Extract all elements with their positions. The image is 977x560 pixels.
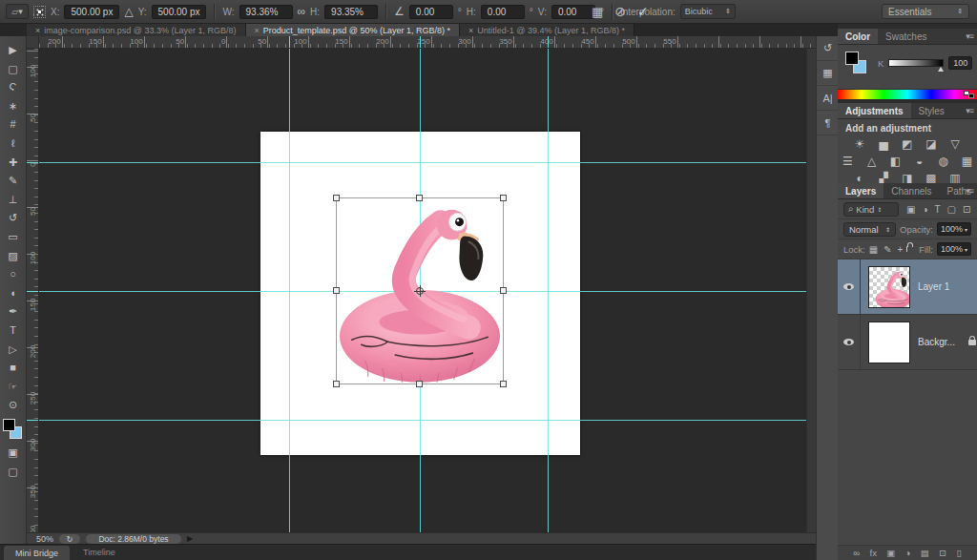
healing-brush-tool-icon[interactable]: ✚ bbox=[3, 156, 24, 170]
tool-preset-picker[interactable]: ▱▾ bbox=[6, 4, 29, 19]
lock-transparent-pixels-icon[interactable]: ▦ bbox=[869, 244, 878, 255]
color-spectrum-ramp[interactable] bbox=[838, 89, 977, 99]
quick-mask-icon[interactable]: ▣ bbox=[3, 446, 24, 460]
lock-all-icon[interactable] bbox=[906, 246, 907, 252]
filter-shape-layers-icon[interactable]: ▢ bbox=[947, 204, 956, 215]
close-icon[interactable]: × bbox=[35, 26, 40, 35]
color-balance-icon[interactable]: △ bbox=[864, 155, 880, 168]
fill-input[interactable]: 100% ▾ bbox=[937, 242, 971, 256]
zoom-level[interactable]: 50% bbox=[36, 534, 53, 544]
layer-filter-select[interactable]: ⌕ Kind ⇕ bbox=[843, 202, 899, 217]
doc-size-info[interactable]: Doc: 2.86M/0 bytes bbox=[86, 534, 181, 544]
tab-layers[interactable]: Layers bbox=[838, 183, 883, 198]
eye-icon[interactable] bbox=[843, 339, 854, 345]
lock-image-pixels-icon[interactable]: ✎ bbox=[883, 244, 891, 255]
tab-styles[interactable]: Styles bbox=[911, 103, 952, 118]
opacity-input[interactable]: 100% ▾ bbox=[937, 222, 971, 236]
photo-filter-icon[interactable]: ◒ bbox=[912, 155, 927, 168]
history-panel-icon[interactable]: ↺ bbox=[817, 36, 839, 61]
transform-handle[interactable] bbox=[416, 381, 423, 387]
tab-swatches[interactable]: Swatches bbox=[878, 29, 934, 44]
h-skew-input[interactable]: 0.00 bbox=[481, 5, 525, 19]
delete-layer-icon[interactable]: ▯ bbox=[956, 548, 961, 558]
filter-type-layers-icon[interactable]: T bbox=[935, 204, 941, 215]
x-input[interactable]: 500.00 px bbox=[64, 5, 119, 19]
tab-product-template[interactable]: × Product_template.psd @ 50% (Layer 1, R… bbox=[246, 24, 461, 36]
tab-image-comparison[interactable]: × image-comparison.psd @ 33.3% (Layer 1,… bbox=[27, 24, 246, 36]
transform-handle[interactable] bbox=[500, 381, 507, 387]
y-input[interactable]: 500.00 px bbox=[152, 5, 207, 19]
eye-icon[interactable] bbox=[843, 283, 854, 290]
tab-adjustments[interactable]: Adjustments bbox=[838, 103, 911, 118]
vibrance-icon[interactable]: ▽ bbox=[947, 137, 963, 151]
character-panel-icon[interactable]: A| bbox=[817, 86, 839, 111]
paragraph-panel-icon[interactable]: ¶ bbox=[817, 111, 839, 135]
reference-point-locator-icon[interactable] bbox=[33, 6, 46, 18]
zoom-tool-icon[interactable]: ⊙ bbox=[3, 398, 24, 412]
hand-tool-icon[interactable]: ☞ bbox=[3, 380, 24, 394]
horizontal-ruler[interactable]: 2001501005005010015020025030035040045050… bbox=[39, 36, 816, 49]
height-input[interactable]: 93.35% bbox=[324, 5, 378, 19]
link-layers-icon[interactable]: ∞ bbox=[853, 548, 860, 558]
layer-style-icon[interactable]: fx bbox=[870, 548, 877, 558]
filter-adjustment-layers-icon[interactable]: ◑ bbox=[922, 204, 927, 215]
histogram-panel-icon[interactable]: ▦ bbox=[817, 61, 839, 86]
guide-horizontal[interactable] bbox=[39, 162, 816, 163]
transform-handle[interactable] bbox=[333, 381, 340, 387]
quick-selection-tool-icon[interactable]: ∗ bbox=[3, 99, 24, 114]
brush-tool-icon[interactable]: ✎ bbox=[3, 174, 24, 188]
gradient-tool-icon[interactable]: ▨ bbox=[3, 249, 24, 263]
new-layer-icon[interactable]: ⊡ bbox=[939, 548, 946, 558]
layer-name[interactable]: Backgr... bbox=[918, 337, 955, 347]
transform-handle[interactable] bbox=[333, 195, 340, 201]
foreground-color-swatch[interactable] bbox=[845, 52, 859, 65]
tab-channels[interactable]: Channels bbox=[883, 183, 939, 198]
interpolation-select[interactable]: Bicubic ⇕ bbox=[680, 4, 736, 19]
screen-mode-icon[interactable]: ▢ bbox=[3, 465, 24, 479]
cancel-transform-icon[interactable]: ⊘ bbox=[614, 4, 626, 19]
transform-handle[interactable] bbox=[333, 287, 340, 294]
history-brush-tool-icon[interactable]: ↺ bbox=[3, 211, 24, 225]
black-swatch[interactable] bbox=[968, 93, 974, 98]
lock-position-icon[interactable]: + bbox=[898, 244, 904, 255]
black-white-icon[interactable]: ◧ bbox=[888, 155, 904, 168]
transform-reference-point[interactable] bbox=[416, 287, 424, 295]
vertical-ruler[interactable]: 10050050100150200250300350400 bbox=[27, 49, 39, 532]
workspace-switcher[interactable]: Essentials ⇕ bbox=[882, 4, 969, 19]
tab-mini-bridge[interactable]: Mini Bridge bbox=[4, 546, 70, 560]
maintain-aspect-icon[interactable]: ∞ bbox=[298, 5, 306, 18]
clone-stamp-tool-icon[interactable]: ⊥ bbox=[3, 193, 24, 207]
transform-handle[interactable] bbox=[500, 287, 507, 294]
curves-icon[interactable]: ◩ bbox=[900, 137, 915, 151]
panel-menu-icon[interactable]: ▾≡ bbox=[966, 106, 973, 115]
foreground-color-swatch[interactable] bbox=[3, 419, 15, 431]
v-skew-input[interactable]: 0.00 bbox=[551, 5, 595, 19]
slider-thumb[interactable] bbox=[938, 67, 944, 72]
channel-mixer-icon[interactable]: ◍ bbox=[936, 155, 951, 168]
vertical-scrollbar[interactable] bbox=[806, 49, 816, 532]
panel-menu-icon[interactable]: ▾≡ bbox=[966, 31, 973, 41]
marquee-tool-icon[interactable]: ▢ bbox=[3, 62, 24, 76]
eyedropper-tool-icon[interactable]: ℓ bbox=[3, 136, 24, 151]
rotation-input[interactable]: 0.00 bbox=[409, 5, 453, 19]
brightness-contrast-icon[interactable]: ☀ bbox=[852, 137, 867, 151]
tab-color[interactable]: Color bbox=[838, 29, 878, 44]
new-group-icon[interactable]: ▤ bbox=[921, 548, 929, 558]
visibility-cell[interactable] bbox=[838, 259, 861, 314]
relative-position-icon[interactable]: △ bbox=[124, 5, 133, 18]
transform-handle[interactable] bbox=[500, 195, 507, 201]
transform-handle[interactable] bbox=[416, 195, 423, 201]
shape-tool-icon[interactable]: ■ bbox=[3, 361, 24, 375]
layer-name[interactable]: Layer 1 bbox=[918, 281, 949, 292]
commit-transform-icon[interactable]: ✓ bbox=[637, 4, 649, 19]
ruler-origin-corner[interactable] bbox=[27, 36, 39, 49]
eraser-tool-icon[interactable]: ▭ bbox=[3, 230, 24, 244]
close-icon[interactable]: × bbox=[255, 26, 260, 35]
visibility-cell[interactable] bbox=[838, 315, 861, 369]
tab-timeline[interactable]: Timeline bbox=[72, 545, 127, 560]
status-flyout-icon[interactable]: ▶ bbox=[187, 534, 193, 543]
tab-untitled-1[interactable]: × Untitled-1 @ 39.4% (Layer 1, RGB/8) * bbox=[460, 24, 634, 36]
layer-row-background[interactable]: Backgr... bbox=[838, 315, 977, 370]
pen-tool-icon[interactable]: ✒ bbox=[3, 304, 24, 319]
width-input[interactable]: 93.36% bbox=[239, 5, 293, 19]
